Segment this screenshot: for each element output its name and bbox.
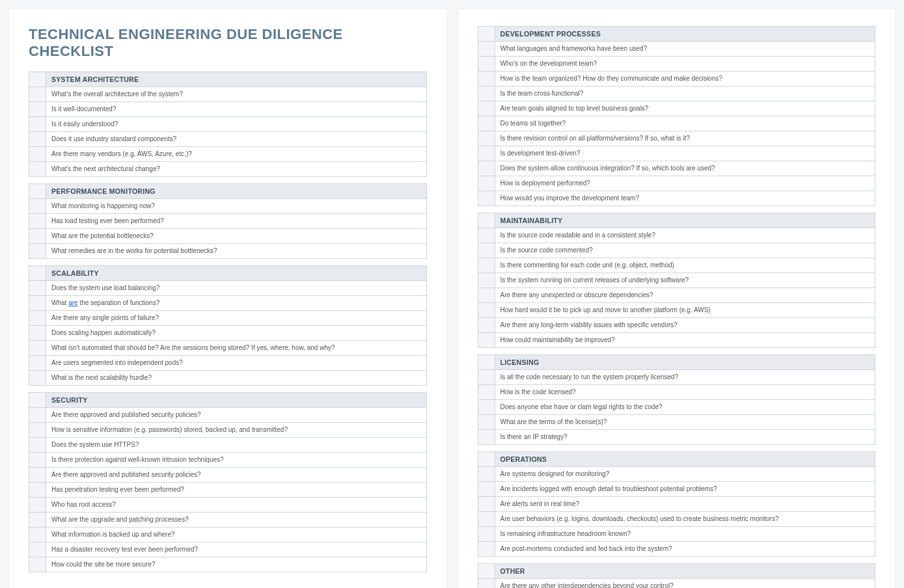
checkbox-cell[interactable] <box>478 228 495 243</box>
checklist-row: Are incidents logged with enough detail … <box>478 482 875 497</box>
checklist-row: Who has root access? <box>29 498 427 513</box>
checkbox-cell[interactable] <box>478 452 495 467</box>
checkbox-cell[interactable] <box>29 117 46 132</box>
checkbox-cell[interactable] <box>29 423 46 438</box>
checkbox-cell[interactable] <box>29 408 46 423</box>
checkbox-cell[interactable] <box>478 318 495 333</box>
checkbox-cell[interactable] <box>478 415 495 430</box>
question-cell: Are user behaviors (e.g. logins, downloa… <box>495 512 875 527</box>
checklist-row: Has a disaster recovery test ever been p… <box>29 542 427 557</box>
checkbox-cell[interactable] <box>29 438 46 453</box>
checkbox-cell[interactable] <box>478 27 495 42</box>
checklist-section: MAINTAINABILITYIs the source code readab… <box>478 213 876 348</box>
checkbox-cell[interactable] <box>29 528 46 542</box>
checkbox-cell[interactable] <box>478 333 495 348</box>
question-cell: How could the site be more secure? <box>46 557 427 572</box>
checkbox-cell[interactable] <box>478 512 495 527</box>
question-cell: Are there many vendors (e.g. AWS, Azure,… <box>46 147 427 162</box>
checkbox-cell[interactable] <box>29 393 46 408</box>
question-cell: Are post-mortems conducted and fed back … <box>495 542 875 557</box>
question-cell: How is the team organized? How do they c… <box>495 72 875 87</box>
checkbox-cell[interactable] <box>29 147 46 162</box>
checkbox-cell[interactable] <box>478 542 495 557</box>
checkbox-cell[interactable] <box>29 102 46 117</box>
checkbox-cell[interactable] <box>29 326 46 341</box>
checkbox-cell[interactable] <box>478 564 495 579</box>
checkbox-cell[interactable] <box>29 453 46 468</box>
checkbox-cell[interactable] <box>29 72 46 87</box>
checkbox-cell[interactable] <box>478 355 495 370</box>
checklist-row: Is remaining infrastructure headroom kno… <box>478 527 875 542</box>
checkbox-cell[interactable] <box>478 288 495 303</box>
checklist-row: Are systems designed for monitoring? <box>478 467 875 482</box>
checkbox-cell[interactable] <box>478 146 495 161</box>
checkbox-cell[interactable] <box>478 243 495 258</box>
checkbox-cell[interactable] <box>478 527 495 542</box>
question-cell: Are team goals aligned to top level busi… <box>495 101 875 116</box>
checkbox-cell[interactable] <box>29 281 46 296</box>
checklist-row: Is there revision control on all platfor… <box>478 131 875 146</box>
checkbox-cell[interactable] <box>478 131 495 146</box>
checkbox-cell[interactable] <box>478 161 495 176</box>
checklist-row: How is sensitive information (e.g. passw… <box>29 423 427 438</box>
checkbox-cell[interactable] <box>478 176 495 191</box>
checkbox-cell[interactable] <box>478 101 495 116</box>
checkbox-cell[interactable] <box>478 213 495 228</box>
section-header: SECURITY <box>46 393 427 408</box>
checkbox-cell[interactable] <box>478 87 495 101</box>
question-cell: Is there commenting for each code unit (… <box>495 258 875 273</box>
checkbox-cell[interactable] <box>29 498 46 513</box>
checklist-row: How is deployment performed? <box>478 176 875 191</box>
checkbox-cell[interactable] <box>478 497 495 512</box>
question-cell: What are the potential bottlenecks? <box>46 229 427 244</box>
checkbox-cell[interactable] <box>478 385 495 400</box>
checkbox-cell[interactable] <box>29 468 46 483</box>
question-cell: What's the next architectural change? <box>46 162 427 177</box>
checkbox-cell[interactable] <box>478 579 495 589</box>
checkbox-cell[interactable] <box>29 132 46 147</box>
checkbox-cell[interactable] <box>29 162 46 177</box>
checklist-section: LICENSINGIs all the code necessary to ru… <box>478 354 876 445</box>
checkbox-cell[interactable] <box>29 371 46 386</box>
checkbox-cell[interactable] <box>29 229 46 244</box>
checkbox-cell[interactable] <box>478 42 495 57</box>
checklist-row: How would you improve the development te… <box>478 191 875 206</box>
checkbox-cell[interactable] <box>29 356 46 371</box>
checkbox-cell[interactable] <box>478 370 495 385</box>
checkbox-cell[interactable] <box>29 214 46 229</box>
checkbox-cell[interactable] <box>29 184 46 199</box>
checkbox-cell[interactable] <box>478 72 495 87</box>
checkbox-cell[interactable] <box>478 258 495 273</box>
checkbox-cell[interactable] <box>29 311 46 326</box>
checkbox-cell[interactable] <box>478 400 495 415</box>
checklist-row: Does the system allow continuous integra… <box>478 161 875 176</box>
checkbox-cell[interactable] <box>29 513 46 528</box>
checkbox-cell[interactable] <box>478 191 495 206</box>
checkbox-cell[interactable] <box>478 467 495 482</box>
checklist-row: Are there many vendors (e.g. AWS, Azure,… <box>29 147 427 162</box>
question-cell: Is it easily understood? <box>46 117 427 132</box>
checkbox-cell[interactable] <box>478 116 495 131</box>
checkbox-cell[interactable] <box>478 430 495 445</box>
checkbox-cell[interactable] <box>29 557 46 572</box>
checklist-row: Is there protection against well-known i… <box>29 453 427 468</box>
checkbox-cell[interactable] <box>29 199 46 214</box>
checkbox-cell[interactable] <box>29 87 46 102</box>
question-cell: Is the team cross-functional? <box>495 87 875 101</box>
checkbox-cell[interactable] <box>478 273 495 288</box>
checkbox-cell[interactable] <box>478 482 495 497</box>
checkbox-cell[interactable] <box>29 244 46 259</box>
question-cell: Has penetration testing ever been perfor… <box>46 483 427 498</box>
checkbox-cell[interactable] <box>29 266 46 281</box>
checklist-section: SCALABILITYDoes the system use load bala… <box>29 265 427 386</box>
checkbox-cell[interactable] <box>29 296 46 311</box>
checklist-row: Are there any unexpected or obscure depe… <box>478 288 875 303</box>
question-cell: How is sensitive information (e.g. passw… <box>46 423 427 438</box>
checkbox-cell[interactable] <box>478 303 495 318</box>
checkbox-cell[interactable] <box>29 483 46 498</box>
section-header: DEVELOPMENT PROCESSES <box>495 27 875 42</box>
checkbox-cell[interactable] <box>478 57 495 72</box>
checkbox-cell[interactable] <box>29 341 46 356</box>
checklist-row: Are there approved and published securit… <box>29 468 427 483</box>
checkbox-cell[interactable] <box>29 542 46 557</box>
